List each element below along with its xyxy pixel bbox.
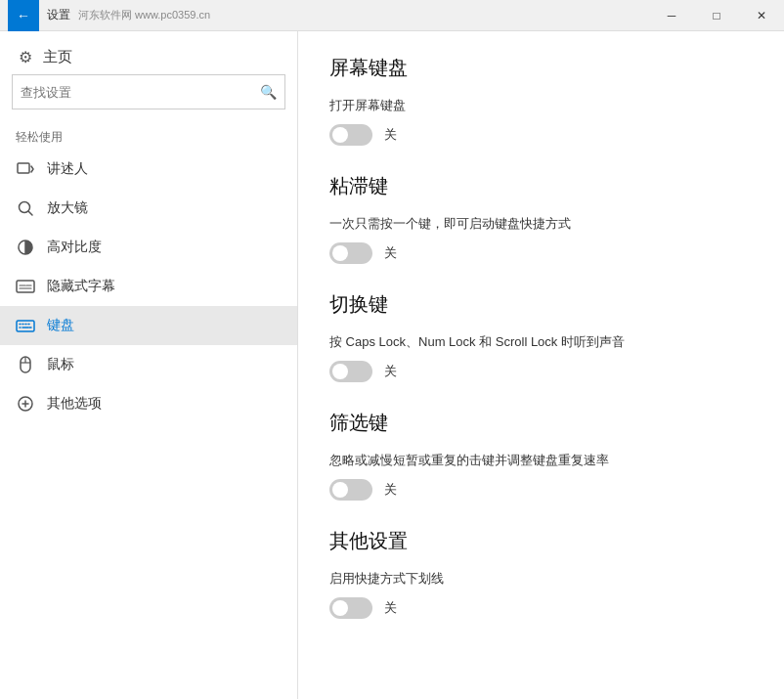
filter-keys-toggle[interactable] [329, 479, 372, 501]
underline-shortcut-toggle-label: 关 [384, 599, 397, 617]
other-icon [16, 394, 35, 414]
filter-keys-desc: 忽略或减慢短暂或重复的击键并调整键盘重复速率 [329, 452, 753, 469]
main-layout: ⚙ 主页 🔍 轻松使用 讲述人 放大镜 高对比度 [0, 31, 784, 699]
sticky-keys-title: 粘滞键 [329, 173, 753, 199]
screen-keyboard-desc: 打开屏幕键盘 [329, 97, 753, 114]
section-toggle-keys: 切换键 按 Caps Lock、Num Lock 和 Scroll Lock 时… [329, 291, 753, 382]
sidebar: ⚙ 主页 🔍 轻松使用 讲述人 放大镜 高对比度 [0, 31, 298, 699]
mouse-icon [16, 355, 35, 374]
other-label: 其他选项 [47, 395, 102, 413]
magnifier-label: 放大镜 [47, 199, 88, 217]
screen-keyboard-toggle[interactable] [329, 124, 372, 146]
captions-label: 隐藏式字幕 [47, 278, 115, 295]
close-button[interactable]: ✕ [739, 0, 784, 31]
sticky-keys-toggle-label: 关 [384, 244, 397, 262]
sidebar-home-title[interactable]: 主页 [43, 48, 72, 66]
toggle-keys-row: 关 [329, 361, 753, 382]
search-box[interactable]: 🔍 [12, 74, 285, 109]
filter-keys-row: 关 [329, 479, 753, 501]
toggle-keys-desc: 按 Caps Lock、Num Lock 和 Scroll Lock 时听到声音 [329, 333, 753, 351]
filter-keys-title: 筛选键 [329, 410, 753, 436]
sidebar-item-narrator[interactable]: 讲述人 [0, 150, 297, 189]
svg-rect-0 [18, 163, 29, 173]
filter-keys-toggle-label: 关 [384, 481, 397, 499]
screen-keyboard-title: 屏幕键盘 [329, 55, 753, 81]
sidebar-item-captions[interactable]: 隐藏式字幕 [0, 267, 297, 306]
sidebar-item-magnifier[interactable]: 放大镜 [0, 189, 297, 228]
maximize-button[interactable]: □ [694, 0, 739, 31]
keyboard-label: 键盘 [47, 317, 74, 334]
screen-keyboard-row: 关 [329, 124, 753, 146]
mouse-label: 鼠标 [47, 356, 74, 373]
sidebar-item-other[interactable]: 其他选项 [0, 384, 297, 423]
underline-shortcut-toggle[interactable] [329, 597, 372, 619]
minimize-button[interactable]: ─ [649, 0, 694, 31]
other-settings-title: 其他设置 [329, 528, 753, 554]
svg-rect-8 [17, 321, 34, 331]
toggle-keys-toggle[interactable] [329, 361, 372, 382]
screen-keyboard-toggle-label: 关 [384, 126, 397, 144]
toggle-keys-title: 切换键 [329, 291, 753, 318]
magnifier-icon [16, 198, 35, 218]
section-screen-keyboard: 屏幕键盘 打开屏幕键盘 关 [329, 55, 753, 146]
underline-shortcut-desc: 启用快捷方式下划线 [329, 570, 753, 588]
back-button[interactable]: ← [8, 0, 39, 31]
window-controls: ─ □ ✕ [649, 0, 784, 31]
sticky-keys-row: 关 [329, 242, 753, 264]
section-other-settings: 其他设置 启用快捷方式下划线 关 [329, 528, 753, 619]
sidebar-item-mouse[interactable]: 鼠标 [0, 345, 297, 384]
titlebar-title: 设置 [47, 7, 70, 23]
settings-gear-icon: ⚙ [16, 47, 35, 66]
titlebar-left: ← 设置 河东软件网 www.pc0359.cn [8, 0, 210, 31]
titlebar: ← 设置 河东软件网 www.pc0359.cn ─ □ ✕ [0, 0, 784, 31]
sidebar-item-keyboard[interactable]: 键盘 [0, 306, 297, 345]
section-filter-keys: 筛选键 忽略或减慢短暂或重复的击键并调整键盘重复速率 关 [329, 410, 753, 501]
svg-point-1 [20, 202, 30, 213]
search-icon: 🔍 [260, 84, 277, 100]
section-sticky-keys: 粘滞键 一次只需按一个键，即可启动键盘快捷方式 关 [329, 173, 753, 264]
contrast-icon [16, 238, 35, 257]
narrator-label: 讲述人 [47, 160, 88, 178]
contrast-label: 高对比度 [47, 239, 102, 256]
titlebar-watermark: 河东软件网 www.pc0359.cn [78, 8, 210, 22]
toggle-keys-toggle-label: 关 [384, 363, 397, 380]
sidebar-header: ⚙ 主页 [0, 31, 297, 74]
content-area: 屏幕键盘 打开屏幕键盘 关 粘滞键 一次只需按一个键，即可启动键盘快捷方式 关 … [298, 31, 784, 699]
svg-rect-4 [17, 281, 34, 292]
underline-shortcut-row: 关 [329, 597, 753, 619]
svg-line-2 [29, 212, 33, 216]
sidebar-section-label: 轻松使用 [0, 121, 297, 150]
sidebar-item-contrast[interactable]: 高对比度 [0, 228, 297, 267]
search-input[interactable] [21, 85, 260, 100]
narrator-icon [16, 159, 35, 179]
sticky-keys-desc: 一次只需按一个键，即可启动键盘快捷方式 [329, 215, 753, 233]
keyboard-icon [16, 316, 35, 335]
captions-icon [16, 277, 35, 296]
sticky-keys-toggle[interactable] [329, 242, 372, 264]
